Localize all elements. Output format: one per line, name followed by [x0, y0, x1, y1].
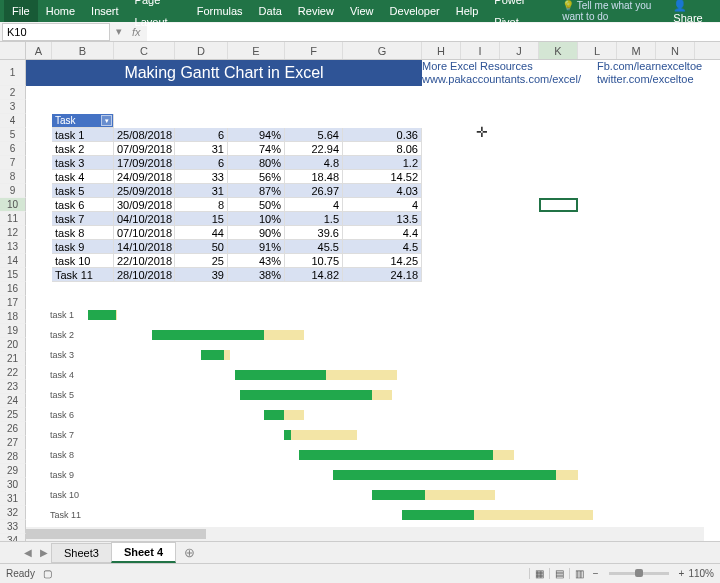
- view-break-icon[interactable]: ▥: [569, 568, 589, 579]
- col-header-I[interactable]: I: [461, 42, 500, 59]
- table-cell[interactable]: 18.48: [285, 170, 343, 184]
- table-cell[interactable]: 24/09/2018: [114, 170, 175, 184]
- table-cell[interactable]: 22.94: [285, 142, 343, 156]
- table-header[interactable]: Task▾: [52, 114, 114, 128]
- col-header-E[interactable]: E: [228, 42, 285, 59]
- table-cell[interactable]: task 2: [52, 142, 114, 156]
- table-cell[interactable]: 31: [175, 184, 228, 198]
- table-cell[interactable]: task 4: [52, 170, 114, 184]
- tab-nav-prev-icon[interactable]: ◀: [20, 547, 36, 558]
- table-cell[interactable]: 33: [175, 170, 228, 184]
- table-cell[interactable]: task 9: [52, 240, 114, 254]
- table-cell[interactable]: 10%: [228, 212, 285, 226]
- table-cell[interactable]: 15: [175, 212, 228, 226]
- row-header[interactable]: 10: [0, 198, 26, 212]
- row-header[interactable]: 16: [0, 282, 26, 296]
- table-cell[interactable]: 25: [175, 254, 228, 268]
- row-header[interactable]: 27: [0, 436, 26, 450]
- table-cell[interactable]: 8: [175, 198, 228, 212]
- share-button[interactable]: Share: [665, 0, 716, 24]
- table-cell[interactable]: 13.5: [343, 212, 422, 226]
- col-header-G[interactable]: G: [343, 42, 422, 59]
- table-cell[interactable]: 10.75: [285, 254, 343, 268]
- col-header-M[interactable]: M: [617, 42, 656, 59]
- table-cell[interactable]: task 1: [52, 128, 114, 142]
- table-cell[interactable]: 14.52: [343, 170, 422, 184]
- table-cell[interactable]: 24.18: [343, 268, 422, 282]
- table-cell[interactable]: 43%: [228, 254, 285, 268]
- table-cell[interactable]: task 8: [52, 226, 114, 240]
- table-cell[interactable]: 50%: [228, 198, 285, 212]
- ribbon-tab-data[interactable]: Data: [251, 0, 290, 22]
- row-header[interactable]: 32: [0, 506, 26, 520]
- row-header[interactable]: 22: [0, 366, 26, 380]
- row-header[interactable]: 19: [0, 324, 26, 338]
- row-header[interactable]: 12: [0, 226, 26, 240]
- row-header[interactable]: 20: [0, 338, 26, 352]
- tab-nav-next-icon[interactable]: ▶: [36, 547, 52, 558]
- table-cell[interactable]: 04/10/2018: [114, 212, 175, 226]
- table-cell[interactable]: 4.03: [343, 184, 422, 198]
- table-cell[interactable]: 4: [343, 198, 422, 212]
- table-cell[interactable]: 07/09/2018: [114, 142, 175, 156]
- row-header[interactable]: 18: [0, 310, 26, 324]
- ribbon-tab-formulas[interactable]: Formulas: [189, 0, 251, 22]
- table-cell[interactable]: 17/09/2018: [114, 156, 175, 170]
- table-cell[interactable]: 74%: [228, 142, 285, 156]
- row-header[interactable]: 30: [0, 478, 26, 492]
- table-cell[interactable]: 6: [175, 156, 228, 170]
- row-header[interactable]: 21: [0, 352, 26, 366]
- col-header-N[interactable]: N: [656, 42, 695, 59]
- row-header[interactable]: 29: [0, 464, 26, 478]
- table-cell[interactable]: 90%: [228, 226, 285, 240]
- col-header-F[interactable]: F: [285, 42, 343, 59]
- col-header-J[interactable]: J: [500, 42, 539, 59]
- table-cell[interactable]: 4: [285, 198, 343, 212]
- zoom-level[interactable]: 110%: [688, 568, 714, 579]
- row-header[interactable]: 23: [0, 380, 26, 394]
- row-header[interactable]: 8: [0, 170, 26, 184]
- row-header[interactable]: 4: [0, 114, 26, 128]
- zoom-in-icon[interactable]: +: [675, 568, 689, 579]
- row-header[interactable]: 26: [0, 422, 26, 436]
- row-header[interactable]: 3: [0, 100, 26, 114]
- table-cell[interactable]: 14.25: [343, 254, 422, 268]
- table-cell[interactable]: 39: [175, 268, 228, 282]
- table-cell[interactable]: 28/10/2018: [114, 268, 175, 282]
- col-header-L[interactable]: L: [578, 42, 617, 59]
- table-cell[interactable]: task 7: [52, 212, 114, 226]
- table-cell[interactable]: 45.5: [285, 240, 343, 254]
- ribbon-tab-insert[interactable]: Insert: [83, 0, 127, 22]
- table-cell[interactable]: 44: [175, 226, 228, 240]
- table-cell[interactable]: 6: [175, 128, 228, 142]
- name-box[interactable]: [2, 23, 110, 41]
- row-header[interactable]: 25: [0, 408, 26, 422]
- table-cell[interactable]: 38%: [228, 268, 285, 282]
- table-cell[interactable]: 07/10/2018: [114, 226, 175, 240]
- filter-dropdown-icon[interactable]: ▾: [101, 115, 112, 126]
- table-cell[interactable]: 4.4: [343, 226, 422, 240]
- view-normal-icon[interactable]: ▦: [529, 568, 549, 579]
- col-header-K[interactable]: K: [539, 42, 578, 59]
- table-cell[interactable]: 25/08/2018: [114, 128, 175, 142]
- row-header[interactable]: 24: [0, 394, 26, 408]
- table-cell[interactable]: task 5: [52, 184, 114, 198]
- table-cell[interactable]: 4.5: [343, 240, 422, 254]
- table-cell[interactable]: 14/10/2018: [114, 240, 175, 254]
- table-cell[interactable]: task 3: [52, 156, 114, 170]
- row-header[interactable]: 7: [0, 156, 26, 170]
- row-header[interactable]: 2: [0, 86, 26, 100]
- ribbon-tab-home[interactable]: Home: [38, 0, 83, 22]
- table-cell[interactable]: 25/09/2018: [114, 184, 175, 198]
- tell-me[interactable]: Tell me what you want to do: [546, 0, 665, 22]
- ribbon-tab-file[interactable]: File: [4, 0, 38, 22]
- sheet-tab[interactable]: Sheet3: [51, 543, 112, 563]
- ribbon-tab-developer[interactable]: Developer: [382, 0, 448, 22]
- table-cell[interactable]: 94%: [228, 128, 285, 142]
- table-cell[interactable]: task 10: [52, 254, 114, 268]
- fx-icon[interactable]: fx: [126, 26, 147, 38]
- table-cell[interactable]: 91%: [228, 240, 285, 254]
- formula-input[interactable]: [147, 23, 720, 41]
- table-cell[interactable]: task 6: [52, 198, 114, 212]
- macro-record-icon[interactable]: ▢: [35, 568, 52, 579]
